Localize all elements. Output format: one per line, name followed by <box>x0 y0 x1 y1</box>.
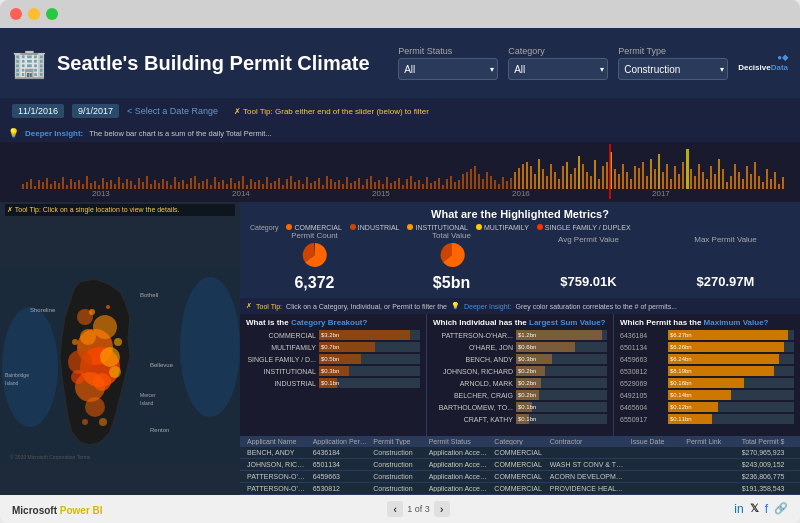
svg-rect-43 <box>170 185 172 189</box>
svg-rect-157 <box>626 172 628 189</box>
svg-rect-87 <box>346 177 348 189</box>
table-row[interactable]: JOHNSON, RICHARD 6501134 Construction Ap… <box>240 459 800 471</box>
max-row-5[interactable]: 6492105 $0.14bn <box>620 390 794 400</box>
permit-status-select[interactable]: All Application Accepted Permit Issued <box>398 58 498 80</box>
svg-rect-47 <box>186 184 188 189</box>
svg-rect-179 <box>714 174 716 189</box>
svg-rect-117 <box>466 172 468 189</box>
footer-power-bi: Power BI <box>60 505 103 516</box>
svg-rect-73 <box>290 176 292 189</box>
metric-avg-value[interactable]: Avg Permit Value $759.01K <box>524 235 653 289</box>
prev-page-button[interactable]: ‹ <box>387 501 403 517</box>
end-date-badge[interactable]: 9/1/2017 <box>72 104 119 118</box>
svg-rect-61 <box>242 176 244 189</box>
max-row-7[interactable]: 6550917 $0.11bn <box>620 414 794 424</box>
table-row[interactable]: BENCH, ANDY 6436184 Construction Applica… <box>240 447 800 459</box>
table-row[interactable]: PATTERSON-O'HARE, JODI 6530812 Construct… <box>240 483 800 495</box>
minimize-button[interactable] <box>28 8 40 20</box>
max-row-1[interactable]: 6501134 $6.26bn <box>620 342 794 352</box>
bar-row-industrial[interactable]: INDUSTRIAL $0.1bn <box>246 378 420 388</box>
maximize-button[interactable] <box>46 8 58 20</box>
svg-rect-168 <box>670 179 672 189</box>
max-fill-1: $6.26bn <box>668 342 784 352</box>
svg-rect-52 <box>206 179 208 189</box>
svg-text:Shoreline: Shoreline <box>30 307 56 313</box>
sum-row-5[interactable]: BELCHER, CRAIG $0.2bn <box>433 390 607 400</box>
sum-row-0[interactable]: PATTERSON-O'HAR... $1.2bn <box>433 330 607 340</box>
twitter-icon[interactable]: 𝕏 <box>750 502 759 516</box>
metric-total-value[interactable]: Total Value $5bn <box>387 231 516 292</box>
sum-row-3[interactable]: JOHNSON, RICHARD $0.2bn <box>433 366 607 376</box>
svg-rect-183 <box>730 176 732 189</box>
date-range-link[interactable]: < Select a Date Range <box>127 106 218 116</box>
svg-rect-11 <box>42 182 44 189</box>
max-row-2[interactable]: 6459663 $6.24bn <box>620 354 794 364</box>
svg-rect-62 <box>246 185 248 189</box>
svg-rect-142 <box>566 162 568 189</box>
svg-rect-116 <box>462 174 464 189</box>
legend-industrial: INDUSTRIAL <box>350 224 400 231</box>
max-row-0[interactable]: 6436184 $6.27bn <box>620 330 794 340</box>
svg-rect-13 <box>50 184 52 189</box>
footer-navigation: ‹ 1 of 3 › <box>387 501 450 517</box>
sum-container-6: $0.1bn <box>516 402 607 412</box>
table-row[interactable]: PATTERSON-O'HARE, JODI 6459663 Construct… <box>240 471 800 483</box>
svg-rect-156 <box>622 164 624 189</box>
bar-row-institutional[interactable]: INSTITUTIONAL $0.3bn <box>246 366 420 376</box>
max-num-6: 6465604 <box>620 404 665 411</box>
svg-rect-38 <box>150 184 152 189</box>
svg-rect-150 <box>598 179 600 189</box>
avg-value-value: $759.01K <box>524 274 653 289</box>
max-row-6[interactable]: 6465604 $0.12bn <box>620 402 794 412</box>
category-select[interactable]: All Commercial <box>508 58 608 80</box>
metric-permit-count[interactable]: Permit Count 6,372 <box>250 231 379 292</box>
permit-type-label: Permit Type <box>618 46 728 56</box>
svg-rect-90 <box>358 178 360 189</box>
max-row-3[interactable]: 6530812 $8.19bn <box>620 366 794 376</box>
map-svg[interactable]: Shoreline Bothell Bainbridge Island Bell… <box>0 218 240 495</box>
svg-rect-98 <box>390 183 392 189</box>
sum-row-1[interactable]: O'HARE, JON $0.6bn <box>433 342 607 352</box>
sum-row-2[interactable]: BENCH, ANDY $0.3bn <box>433 354 607 364</box>
svg-rect-60 <box>238 181 240 189</box>
linkedin-icon[interactable]: in <box>734 502 743 516</box>
max-row-4[interactable]: 6529069 $0.16bn <box>620 378 794 388</box>
svg-rect-145 <box>578 156 580 189</box>
svg-rect-104 <box>414 182 416 189</box>
building-icon: 🏢 <box>12 47 47 80</box>
start-date-badge[interactable]: 11/1/2016 <box>12 104 64 118</box>
svg-text:2014: 2014 <box>232 189 250 198</box>
share-icon[interactable]: 🔗 <box>774 502 788 516</box>
sum-row-6[interactable]: BARTHOLOMEW, TO... $0.1bn <box>433 402 607 412</box>
bar-row-multifamily[interactable]: MULTIFAMILY $0.7bn <box>246 342 420 352</box>
facebook-icon[interactable]: f <box>765 502 768 516</box>
bar-label-institutional: INSTITUTIONAL <box>246 368 316 375</box>
max-fill-4: $0.16bn <box>668 378 744 388</box>
max-num-1: 6501134 <box>620 344 665 351</box>
max-val-4: $0.16bn <box>670 380 692 386</box>
legend-multifamily: MULTIFAMILY <box>476 224 529 231</box>
svg-rect-39 <box>154 180 156 189</box>
sum-row-4[interactable]: ARNOLD, MARK $0.2bn <box>433 378 607 388</box>
max-container-6: $0.12bn <box>668 402 794 412</box>
cell-cat-3: COMMERCIAL <box>492 485 547 492</box>
category-legend: Category COMMERCIAL INDUSTRIAL INSTITUTI… <box>250 224 790 231</box>
bar-row-commercial[interactable]: COMMERCIAL $3.2bn <box>246 330 420 340</box>
max-val-6: $0.12bn <box>670 404 692 410</box>
svg-point-199 <box>2 307 58 427</box>
next-page-button[interactable]: › <box>434 501 450 517</box>
sum-row-7[interactable]: CRAFT, KATHY $0.1bn <box>433 414 607 424</box>
metrics-section: What are the Highlighted Metrics? Catego… <box>240 202 800 298</box>
bar-row-single-family[interactable]: SINGLE FAMILY / D... $0.5bn <box>246 354 420 364</box>
svg-rect-71 <box>282 185 284 189</box>
svg-rect-133 <box>530 166 532 189</box>
timeline-chart[interactable]: 2013 2014 2015 2016 2017 <box>0 142 800 202</box>
max-num-0: 6436184 <box>620 332 665 339</box>
svg-rect-143 <box>570 174 572 189</box>
svg-text:2013: 2013 <box>92 189 110 198</box>
svg-text:Island: Island <box>5 380 19 386</box>
close-button[interactable] <box>10 8 22 20</box>
metric-max-value[interactable]: Max Permit Value $270.97M <box>661 235 790 289</box>
chart-deeper-text: Grey color saturation correlates to the … <box>516 303 677 310</box>
permit-type-select[interactable]: Construction Demolition <box>618 58 728 80</box>
